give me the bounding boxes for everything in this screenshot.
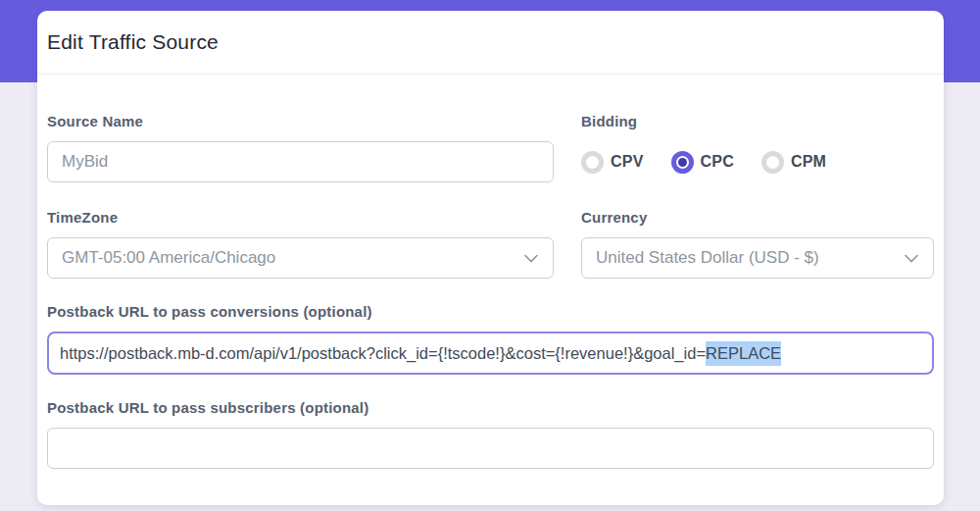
postback-conversions-label: Postback URL to pass conversions (option… (47, 304, 934, 320)
postback-conversions-value: https://postback.mb-d.com/api/v1/postbac… (60, 344, 706, 363)
field-source-name: Source Name MyBid (47, 114, 554, 182)
timezone-value: GMT-05:00 America/Chicago (62, 248, 275, 268)
currency-value: United States Dollar (USD - $) (596, 248, 819, 268)
field-postback-conversions: Postback URL to pass conversions (option… (47, 304, 934, 375)
page: Edit Traffic Source Source Name MyBid Bi… (0, 0, 980, 511)
postback-subscribers-input[interactable] (47, 428, 934, 469)
dialog-body: Source Name MyBid Bidding CPV (37, 75, 944, 469)
chevron-down-icon (524, 254, 538, 263)
currency-label: Currency (581, 210, 934, 226)
bidding-radio-group: CPV CPC CPM (581, 141, 934, 182)
bidding-option-cpv[interactable]: CPV (581, 151, 644, 174)
radio-selected-icon[interactable] (671, 151, 694, 174)
source-name-label: Source Name (47, 114, 554, 129)
field-bidding: Bidding CPV CPC CPM (581, 114, 934, 182)
source-name-value: MyBid (62, 152, 108, 172)
field-timezone: TimeZone GMT-05:00 America/Chicago (47, 210, 554, 279)
currency-select[interactable]: United States Dollar (USD - $) (581, 237, 934, 279)
bidding-label: Bidding (581, 114, 934, 129)
form-row-2: TimeZone GMT-05:00 America/Chicago Curre… (47, 210, 934, 279)
timezone-select[interactable]: GMT-05:00 America/Chicago (47, 237, 554, 279)
chevron-down-icon (905, 254, 918, 263)
bidding-option-cpm[interactable]: CPM (761, 151, 826, 174)
postback-conversions-selected-text: REPLACE (706, 341, 781, 366)
timezone-label: TimeZone (47, 210, 554, 226)
bidding-option-cpv-label: CPV (611, 153, 644, 171)
bidding-option-cpc-label: CPC (701, 153, 734, 171)
form-row-1: Source Name MyBid Bidding CPV (47, 114, 934, 182)
dialog-title: Edit Traffic Source (47, 30, 219, 54)
postback-conversions-input[interactable]: https://postback.mb-d.com/api/v1/postbac… (47, 332, 934, 375)
bidding-option-cpm-label: CPM (791, 153, 826, 171)
radio-dot (678, 158, 687, 167)
radio-unselected-icon[interactable] (761, 151, 784, 174)
postback-subscribers-label: Postback URL to pass subscribers (option… (47, 400, 934, 416)
radio-unselected-icon[interactable] (581, 151, 604, 174)
source-name-input[interactable]: MyBid (47, 141, 554, 182)
radio-dot (768, 158, 777, 167)
radio-dot (588, 158, 597, 167)
bidding-option-cpc[interactable]: CPC (671, 151, 734, 174)
field-currency: Currency United States Dollar (USD - $) (581, 210, 934, 279)
field-postback-subscribers: Postback URL to pass subscribers (option… (47, 400, 934, 469)
dialog-header: Edit Traffic Source (37, 11, 944, 75)
edit-traffic-source-dialog: Edit Traffic Source Source Name MyBid Bi… (37, 11, 944, 505)
